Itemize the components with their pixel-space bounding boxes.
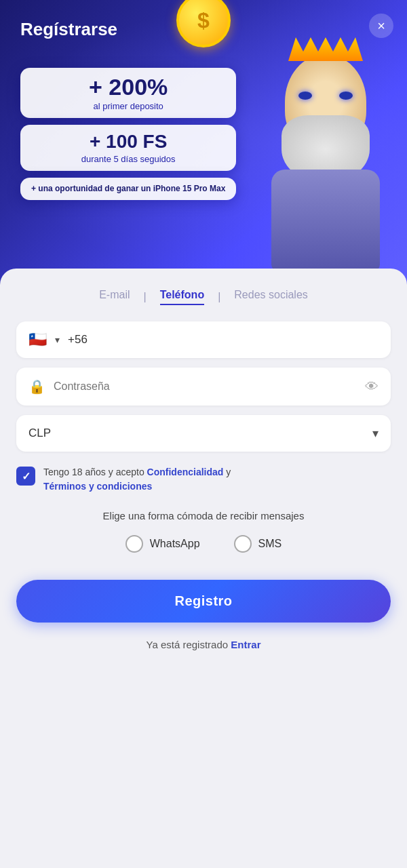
page-title: Regístrarse bbox=[20, 19, 117, 40]
password-visibility-toggle-icon[interactable]: 👁 bbox=[365, 379, 379, 395]
currency-dropdown-icon: ▾ bbox=[372, 426, 379, 441]
sms-label: SMS bbox=[258, 538, 282, 550]
currency-label: CLP bbox=[28, 427, 51, 440]
zeus-torso bbox=[271, 170, 380, 271]
password-input[interactable] bbox=[54, 380, 357, 393]
tab-email[interactable]: E-mail bbox=[99, 289, 130, 305]
sms-option[interactable]: SMS bbox=[234, 535, 282, 553]
phone-input-group: 🇨🇱 ▾ +56 bbox=[16, 321, 391, 358]
checkbox-check-icon: ✓ bbox=[22, 470, 31, 483]
whatsapp-label: WhatsApp bbox=[150, 538, 200, 550]
zeus-left-eye bbox=[298, 92, 312, 100]
terms-link[interactable]: Términos y condiciones bbox=[43, 481, 152, 492]
password-input-group: 🔒 👁 bbox=[16, 368, 391, 406]
sms-radio[interactable] bbox=[234, 535, 252, 553]
promo-iphone-text: + una oportunidad de ganar un iPhone 15 … bbox=[31, 183, 225, 195]
promo-deposit-box: + 200% al primer deposito bbox=[20, 68, 236, 118]
privacy-link[interactable]: Confidencialidad bbox=[147, 467, 224, 477]
chile-flag-icon: 🇨🇱 bbox=[28, 332, 47, 347]
messaging-preference-label: Elige una forma cómoda de recibir mensaj… bbox=[16, 510, 391, 521]
country-dropdown-icon[interactable]: ▾ bbox=[55, 334, 60, 345]
zeus-decoration bbox=[217, 41, 407, 285]
promo-fs-sub: durante 5 días seguidos bbox=[34, 154, 222, 164]
registration-tabs: E-mail | Teléfono | Redes sociales bbox=[16, 289, 391, 305]
zeus-eyes bbox=[298, 92, 353, 100]
form-area: E-mail | Teléfono | Redes sociales 🇨🇱 ▾ … bbox=[0, 269, 407, 868]
currency-select[interactable]: CLP ▾ bbox=[16, 415, 391, 452]
messaging-options: WhatsApp SMS bbox=[16, 535, 391, 553]
promo-deposit-sub: al primer deposito bbox=[34, 101, 222, 111]
lock-icon: 🔒 bbox=[28, 378, 45, 395]
close-button[interactable]: × bbox=[369, 14, 393, 38]
register-button[interactable]: Registro bbox=[16, 580, 391, 623]
phone-number-input[interactable] bbox=[96, 334, 379, 346]
promo-fs-box: + 100 FS durante 5 días seguidos bbox=[20, 125, 236, 171]
terms-text: Tengo 18 años y acepto Confidencialidad … bbox=[43, 465, 231, 494]
terms-checkbox[interactable]: ✓ bbox=[16, 467, 35, 486]
whatsapp-option[interactable]: WhatsApp bbox=[125, 535, 200, 553]
country-code-display: +56 bbox=[68, 333, 88, 347]
terms-checkbox-area: ✓ Tengo 18 años y acepto Confidencialida… bbox=[16, 465, 391, 494]
promo-deposit-main: + 200% bbox=[34, 75, 222, 100]
promo-fs-main: + 100 FS bbox=[34, 132, 222, 153]
tab-social[interactable]: Redes sociales bbox=[234, 289, 308, 305]
tab-phone[interactable]: Teléfono bbox=[160, 289, 204, 305]
whatsapp-radio[interactable] bbox=[125, 535, 143, 553]
promo-area: + 200% al primer deposito + 100 FS duran… bbox=[20, 68, 236, 200]
zeus-right-eye bbox=[339, 92, 353, 100]
login-link[interactable]: Entrar bbox=[231, 639, 260, 650]
promo-iphone-box: + una oportunidad de ganar un iPhone 15 … bbox=[20, 178, 236, 200]
login-text: Ya está registrado Entrar bbox=[16, 639, 391, 650]
